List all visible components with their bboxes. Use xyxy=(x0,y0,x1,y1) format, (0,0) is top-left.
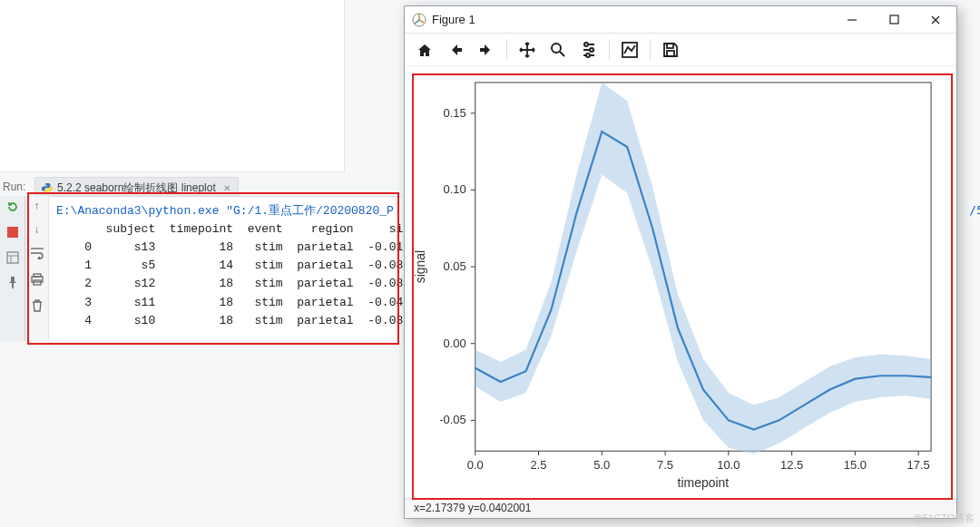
svg-text:0.00: 0.00 xyxy=(444,337,466,350)
figure-window: Figure 1 0.02.55.07.510.012.515.017.5-0.… xyxy=(404,5,957,519)
breadcrumb-snippet: /5 xyxy=(969,203,980,217)
svg-rect-3 xyxy=(7,252,18,263)
print-icon[interactable] xyxy=(31,273,44,288)
save-button[interactable] xyxy=(656,36,685,63)
layout-icon[interactable] xyxy=(5,250,20,265)
console-output[interactable]: E:\Anaconda3\python.exe "G:/1.重点工作/20200… xyxy=(49,196,401,341)
python-icon xyxy=(41,182,54,195)
svg-text:-0.05: -0.05 xyxy=(439,413,466,426)
svg-text:2.5: 2.5 xyxy=(531,458,547,472)
run-gutter-secondary: ↑ ↓ xyxy=(25,196,49,341)
run-tab-label: 5.2.2 seaborn绘制折线图 lineplot xyxy=(57,181,216,196)
close-tab-icon[interactable]: ✕ xyxy=(223,183,230,193)
console-table: subject timepoint event region signal 0 … xyxy=(56,220,394,330)
up-arrow-icon[interactable]: ↑ xyxy=(34,200,40,212)
svg-point-0 xyxy=(44,183,45,184)
svg-text:timepoint: timepoint xyxy=(678,475,730,490)
svg-rect-23 xyxy=(667,51,674,56)
svg-text:7.5: 7.5 xyxy=(657,458,673,472)
line-chart: 0.02.55.07.510.012.515.017.5-0.050.000.0… xyxy=(405,66,956,498)
run-panel-label: Run: xyxy=(3,181,25,193)
axes-button[interactable] xyxy=(615,36,644,63)
console-command: E:\Anaconda3\python.exe "G:/1.重点工作/20200… xyxy=(56,202,394,219)
close-window-button[interactable] xyxy=(915,6,956,34)
svg-text:0.0: 0.0 xyxy=(467,458,484,472)
configure-button[interactable] xyxy=(574,36,603,63)
watermark: @51CTO博客 xyxy=(913,512,975,525)
figure-toolbar xyxy=(405,34,956,66)
pin-icon[interactable] xyxy=(5,276,20,290)
maximize-button[interactable] xyxy=(873,6,915,34)
toolbar-separator xyxy=(650,40,651,60)
zoom-button[interactable] xyxy=(544,36,573,63)
svg-text:0.10: 0.10 xyxy=(444,182,466,196)
stop-icon[interactable] xyxy=(5,225,20,239)
svg-text:0.05: 0.05 xyxy=(444,259,466,273)
rerun-icon[interactable] xyxy=(5,200,20,214)
run-gutter-primary xyxy=(0,196,25,341)
svg-point-16 xyxy=(584,43,588,46)
svg-rect-12 xyxy=(890,15,898,24)
editor-background xyxy=(0,0,345,172)
minimize-button[interactable] xyxy=(831,6,873,34)
svg-text:5.0: 5.0 xyxy=(593,458,610,472)
svg-point-20 xyxy=(586,54,590,57)
svg-point-18 xyxy=(590,48,593,52)
svg-line-14 xyxy=(560,52,564,56)
plot-area[interactable]: 0.02.55.07.510.012.515.017.5-0.050.000.0… xyxy=(405,66,956,498)
svg-text:12.5: 12.5 xyxy=(780,458,803,472)
svg-point-1 xyxy=(49,191,50,192)
forward-button[interactable] xyxy=(472,36,501,63)
toolbar-separator xyxy=(609,40,610,60)
figure-titlebar[interactable]: Figure 1 xyxy=(405,6,956,34)
down-arrow-icon[interactable]: ↓ xyxy=(34,223,40,236)
home-button[interactable] xyxy=(410,36,439,63)
svg-text:0.15: 0.15 xyxy=(444,106,466,120)
trash-icon[interactable] xyxy=(32,299,43,315)
svg-text:17.5: 17.5 xyxy=(907,458,930,472)
svg-text:signal: signal xyxy=(413,250,427,283)
figure-statusbar: x=2.17379 y=0.0402001 xyxy=(405,498,956,518)
matplotlib-icon xyxy=(412,13,426,27)
svg-text:15.0: 15.0 xyxy=(844,458,867,472)
svg-text:10.0: 10.0 xyxy=(717,458,740,472)
back-button[interactable] xyxy=(441,36,470,63)
svg-rect-2 xyxy=(7,227,18,238)
wrap-icon[interactable] xyxy=(30,247,44,262)
svg-rect-22 xyxy=(667,44,673,48)
pan-button[interactable] xyxy=(513,36,542,63)
toolbar-separator xyxy=(506,40,507,60)
figure-title: Figure 1 xyxy=(432,13,831,26)
svg-point-13 xyxy=(552,44,561,53)
